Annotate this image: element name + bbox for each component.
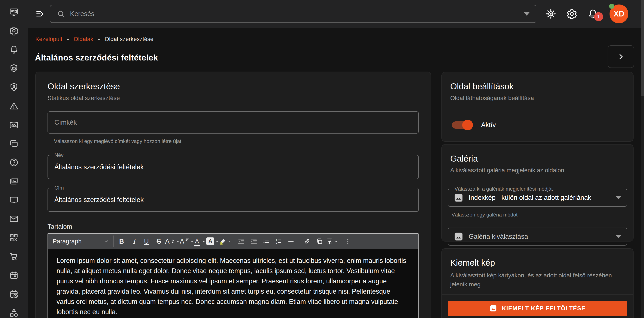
page-edit-card: Oldal szerkesztése Statikus oldal szerke… (35, 72, 431, 318)
category-icon (9, 308, 19, 318)
sidebar-item-settings[interactable] (9, 26, 19, 36)
title-field[interactable]: Cím Általános szerződési feltételek (48, 188, 419, 212)
title-field-label: Cím (52, 185, 66, 191)
insert-image-button[interactable] (326, 235, 338, 247)
tags-input[interactable]: Címkék (48, 111, 419, 134)
photo-library-icon (9, 176, 19, 186)
gear-icon (566, 8, 578, 19)
arrow-up-down-icon (171, 239, 175, 243)
name-field-value: Általános szerződési feltételek (54, 163, 144, 171)
search-input[interactable]: Keresés (50, 5, 536, 23)
outdent-icon (238, 238, 245, 245)
text-color-button[interactable]: A (194, 235, 206, 247)
font-size-button[interactable]: A (165, 235, 180, 247)
indent-button[interactable] (248, 235, 260, 247)
font-family-button[interactable]: A (180, 235, 194, 247)
bold-button[interactable]: B (116, 235, 128, 247)
sidebar-item-banners[interactable] (9, 120, 19, 130)
card-title: Kiemelt kép (450, 258, 625, 268)
collapse-panel-button[interactable] (608, 45, 634, 68)
block-style-select[interactable]: Paragraph (50, 235, 112, 247)
panorama-icon (9, 120, 19, 130)
gallery-select[interactable]: Galéria kiválasztása (448, 228, 627, 246)
sidebar-item-warnings[interactable] (9, 101, 19, 111)
sidebar-item-users[interactable] (9, 82, 19, 92)
dashboard-icon (9, 7, 19, 17)
theme-button[interactable] (545, 8, 556, 19)
sidebar-item-display[interactable] (9, 195, 19, 205)
upload-featured-image-button[interactable]: KIEMELT KÉP FELTÖLTÉSE (448, 301, 627, 316)
image-icon (454, 232, 464, 241)
notifications-button[interactable]: 1 (587, 8, 598, 19)
toggle-label: Aktív (481, 121, 496, 129)
bulleted-list-button[interactable] (260, 235, 272, 247)
sidebar-item-pages[interactable] (9, 139, 19, 149)
name-field-label: Név (52, 152, 66, 158)
sidebar-item-dashboard[interactable] (9, 7, 19, 17)
qr-code-icon (9, 233, 19, 243)
settings-button[interactable] (566, 8, 578, 19)
strikethrough-button[interactable]: S (153, 235, 165, 247)
dropdown-arrow-icon (616, 196, 621, 199)
copy-button[interactable] (313, 235, 326, 247)
page-scrollbar-thumb[interactable] (641, 0, 644, 96)
gallery-mode-label: Válassza ki a galériák megjelenítési mód… (452, 186, 555, 192)
sidebar-item-qr[interactable] (9, 233, 19, 243)
card-subtitle: A kiválasztott galéria megjelenik az old… (450, 167, 625, 174)
highlight-button[interactable] (219, 235, 232, 247)
background-color-button[interactable]: A (206, 235, 219, 247)
breadcrumb-current: Oldal szerkesztése (105, 36, 154, 42)
underline-button[interactable]: U (140, 235, 153, 247)
warning-icon (9, 101, 19, 111)
gear-icon (9, 26, 19, 36)
text-lines-icon (185, 238, 189, 242)
sidebar-item-calendar[interactable] (9, 270, 19, 280)
sidebar-item-categories[interactable] (9, 308, 19, 318)
editor-content[interactable]: Lorem ipsum dolor sit amet, consectetur … (48, 249, 418, 318)
sidebar-item-help[interactable] (9, 158, 19, 167)
numbered-list-button[interactable]: 12 (272, 235, 285, 247)
active-toggle[interactable] (450, 119, 473, 131)
calendar-icon (9, 270, 19, 280)
chevron-down-icon (176, 239, 180, 243)
dropdown-arrow-icon (616, 235, 621, 238)
menu-expand-button[interactable] (35, 9, 45, 18)
avatar[interactable]: XD (610, 4, 628, 23)
topbar: Keresés 1 XD (28, 0, 641, 28)
divider (442, 181, 633, 181)
gallery-mode-helper: Válasszon egy galéria módot (452, 212, 633, 218)
more-options-button[interactable] (342, 235, 354, 247)
numbered-list-icon: 12 (275, 238, 282, 245)
name-field[interactable]: Név Általános szerződési feltételek (48, 155, 419, 179)
gallery-mode-value: Indexkép - külön oldal az adott galérián… (469, 194, 610, 201)
highlighter-icon (219, 238, 226, 245)
outdent-button[interactable] (235, 235, 248, 247)
link-icon (303, 238, 311, 245)
image-icon (490, 305, 497, 312)
sidebar-item-shop[interactable] (9, 252, 19, 261)
search-dropdown-icon[interactable] (524, 12, 530, 16)
horizontal-rule-icon (287, 238, 294, 245)
content-label: Tartalom (48, 223, 419, 230)
horizontal-rule-button[interactable] (285, 235, 297, 247)
card-title: Oldal beállítások (450, 82, 625, 91)
sidebar-item-mail[interactable] (9, 214, 19, 224)
image-upload-icon (326, 238, 333, 245)
gallery-mode-select[interactable]: Válassza ki a galériák megjelenítési mód… (448, 189, 627, 207)
italic-button[interactable]: I (128, 235, 140, 247)
link-button[interactable] (301, 235, 313, 247)
breadcrumb-dashboard[interactable]: Kezelőpult (35, 36, 62, 42)
toggle-thumb (462, 120, 473, 130)
page-settings-card: Oldal beállítások Oldal láthatóságának b… (442, 72, 634, 142)
bell-icon (9, 45, 19, 54)
breadcrumb-pages[interactable]: Oldalak (74, 36, 93, 42)
card-subtitle: Oldal láthatóságának beállítása (450, 95, 625, 102)
sidebar-item-schedule[interactable] (9, 289, 19, 299)
sidebar-item-notifications[interactable] (9, 45, 19, 54)
search-placeholder: Keresés (70, 10, 519, 18)
sidebar-item-galleries[interactable] (9, 176, 19, 186)
shield-crown-icon (9, 63, 19, 73)
gallery-card: Galéria A kiválasztott galéria megjeleni… (442, 144, 634, 241)
chevron-down-icon (190, 239, 194, 243)
sidebar-item-admin[interactable] (9, 63, 19, 73)
